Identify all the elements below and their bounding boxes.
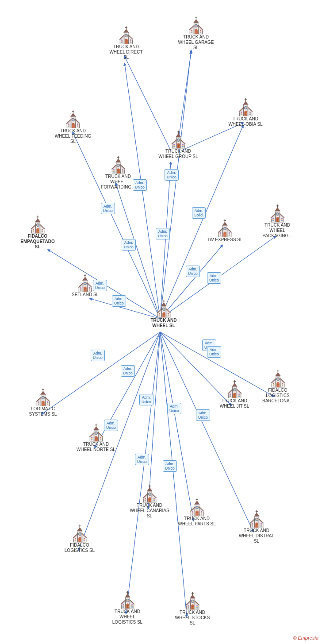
label-tw-packaging: TRUCK AND WHEEL PACKAGING... xyxy=(257,223,297,239)
label-tw-feeding: TRUCK AND WHEEL FEEDING SL xyxy=(53,128,93,144)
adm-badge-9: Adm.Unico xyxy=(186,266,200,277)
label-tw-jit: TRUCK AND WHEEL JIT SL xyxy=(215,398,254,409)
label-tw-group: TRUCK AND WHEEL GROUP SL xyxy=(158,149,198,159)
node-tw-feeding: ⛪ TRUCK AND WHEEL FEEDING SL xyxy=(53,112,93,144)
building-icon-tw-group: ⛪ xyxy=(169,132,188,148)
adm-badge-5: Adm.Unico xyxy=(122,239,136,251)
node-tw-forwarding: ⛪ TRUCK AND WHEEL FORWARDING... xyxy=(98,157,138,190)
label-tw-canarias: TRUCK AND WHEEL CANARIAS SL xyxy=(130,503,169,519)
label-tw-stocks: TRUCK AND WHEEL STOCKS SL xyxy=(172,610,212,626)
label-setland: SETLAND SL xyxy=(72,292,99,297)
svg-line-19 xyxy=(160,332,187,616)
building-icon-tw-packaging: ⛪ xyxy=(268,206,288,222)
building-icon-setland: ⛪ xyxy=(75,275,95,291)
building-icon-tw-norte: ⛪ xyxy=(86,425,106,441)
adm-badge-20: Adm.Unico xyxy=(163,460,177,472)
building-icon-tw-distral: ⛪ xyxy=(247,511,267,527)
node-tw-main: ⛪ TRUCK AND WHEEL SL xyxy=(144,301,184,328)
watermark: © Empresia xyxy=(293,635,318,640)
node-tw-direct: ⛪ TRUCK AND WHEEL DIRECT SL xyxy=(106,27,146,60)
label-tw-distral: TRUCK AND WHEEL DISTRAL SL xyxy=(237,528,276,544)
node-tw-parts: ⛪ TRUCK AND WHEEL PARTS SL xyxy=(177,499,217,527)
label-tw-direct: TRUCK AND WHEEL DIRECT SL xyxy=(106,44,146,60)
adm-badge-8: Adm.Unico xyxy=(112,295,126,307)
label-tw-garage: TRUCK AND WHEEL GARAGE SL xyxy=(176,35,216,50)
adm-badge-12: Adm.Unico xyxy=(121,365,135,377)
label-tw-norte: TRUCK AND WHEEL NORTE SL xyxy=(76,442,116,452)
node-fidalco-bcn: ⛪ FIDALCO LOGISTICS BARCELONA... xyxy=(258,371,298,404)
adm-badge-18: Adm.Unico xyxy=(196,409,210,421)
adm-badge-17: Adm.Unico xyxy=(167,403,181,414)
label-tw-parts: TRUCK AND WHEEL PARTS SL xyxy=(177,516,217,527)
adm-badge-1: Adm.Unico xyxy=(133,179,147,191)
node-tw-garage: ⛪ TRUCK AND WHEEL GARAGE SL xyxy=(176,18,216,50)
node-fidalco-emp: ⛪ FIDALCO EMPAQUETADO SL xyxy=(18,217,58,250)
adm-badge-16: Adm.Unico xyxy=(139,394,153,405)
label-logimatic: LOGIMATIC SYSTEMS SL xyxy=(23,406,63,417)
adm-badge-14: Adm.Unico xyxy=(207,346,221,358)
node-tw-canarias: ⛪ TRUCK AND WHEEL CANARIAS SL xyxy=(130,486,169,519)
label-fidalco-emp: FIDALCO EMPAQUETADO SL xyxy=(18,234,58,250)
svg-line-0 xyxy=(125,64,160,319)
adm-badge-2: Adm.Unico xyxy=(165,169,179,181)
diagram-container: ⛪ TRUCK AND WHEEL DIRECT SL ⛪ TRUCK AND … xyxy=(0,0,322,644)
building-icon-logimatic: ⛪ xyxy=(33,389,53,405)
adm-badge-3: Adm.Unico xyxy=(101,203,115,214)
node-tw-jit: ⛪ TRUCK AND WHEEL JIT SL xyxy=(215,382,254,409)
building-icon-tw-main: ⛪ xyxy=(154,301,174,317)
node-tw-distral: ⛪ TRUCK AND WHEEL DISTRAL SL xyxy=(237,511,276,544)
building-icon-tw-logistics: ⛪ xyxy=(118,592,138,608)
adm-badge-19: Adm.Unico xyxy=(135,454,149,465)
node-tw-logistics: ⛪ TRUCK AND WHEEL LOGISTICS SL xyxy=(107,592,147,625)
building-icon-fidalco-emp: ⛪ xyxy=(28,217,48,233)
building-icon-tw-parts: ⛪ xyxy=(187,499,207,515)
label-tw-express: TW EXPRESS SL xyxy=(207,237,243,243)
node-tw-express: ⛪ TW EXPRESS SL xyxy=(207,220,243,243)
adm-badge-10: Adm.Unico xyxy=(207,272,221,284)
building-icon-tw-jit: ⛪ xyxy=(225,382,245,397)
node-logimatic: ⛪ LOGIMATIC SYSTEMS SL xyxy=(23,389,63,417)
svg-line-14 xyxy=(148,332,160,508)
building-icon-tw-garage: ⛪ xyxy=(186,18,206,34)
building-icon-fidalco-log: ⛪ xyxy=(70,526,90,542)
building-icon-tw-feeding: ⛪ xyxy=(63,112,83,127)
building-icon-tw-forwarding: ⛪ xyxy=(108,157,128,173)
node-fidalco-log: ⛪ FIDALCO LOGISTICS SL xyxy=(60,526,100,553)
node-tw-group: ⛪ TRUCK AND WHEEL GROUP SL xyxy=(158,132,198,159)
adm-badge-11: Adm.Unico xyxy=(91,350,105,361)
label-fidalco-bcn: FIDALCO LOGISTICS BARCELONA... xyxy=(258,388,298,404)
building-icon-fidalco-bcn: ⛪ xyxy=(268,371,288,387)
adm-badge-4: Adm.Solid. xyxy=(192,207,206,219)
adm-badge-15: Adm.Unico xyxy=(104,420,118,431)
building-icon-tw-express: ⛪ xyxy=(215,220,235,236)
building-icon-tw-stocks: ⛪ xyxy=(183,593,203,609)
building-icon-tw-obia: ⛪ xyxy=(236,100,256,116)
svg-line-1 xyxy=(160,51,191,319)
label-fidalco-log: FIDALCO LOGISTICS SL xyxy=(60,543,100,553)
label-tw-forwarding: TRUCK AND WHEEL FORWARDING... xyxy=(98,174,138,190)
label-tw-logistics: TRUCK AND WHEEL LOGISTICS SL xyxy=(107,609,147,625)
building-icon-tw-canarias: ⛪ xyxy=(140,486,160,502)
svg-line-4 xyxy=(160,163,171,319)
adm-badge-7: Adm.Unico xyxy=(93,280,107,291)
building-icon-tw-direct: ⛪ xyxy=(116,27,136,43)
label-tw-main: TRUCK AND WHEEL SL xyxy=(144,318,184,328)
node-tw-packaging: ⛪ TRUCK AND WHEEL PACKAGING... xyxy=(257,206,297,239)
node-tw-obia: ⛪ TRUCK AND WHEEL-OBIA SL xyxy=(226,100,265,127)
node-tw-stocks: ⛪ TRUCK AND WHEEL STOCKS SL xyxy=(172,593,212,626)
adm-badge-6: Adm.Unico xyxy=(156,228,170,239)
label-tw-obia: TRUCK AND WHEEL-OBIA SL xyxy=(226,116,265,127)
